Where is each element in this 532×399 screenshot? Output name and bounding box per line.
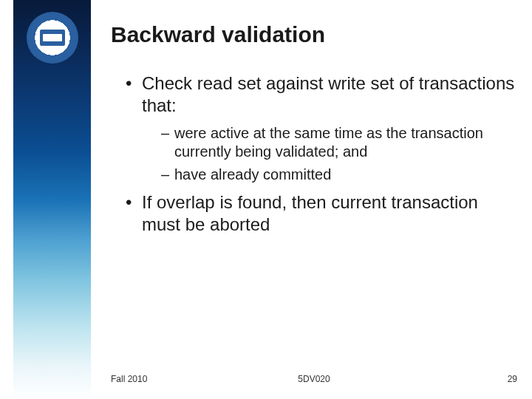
slide-content: Backward validation Check read set again… [111, 22, 517, 384]
bullet-text: Check read set against write set of tran… [142, 73, 514, 115]
sub-item: were active at the same time as the tran… [161, 124, 517, 161]
bullet-item: If overlap is found, then current transa… [126, 191, 517, 236]
footer-left: Fall 2010 [111, 374, 147, 384]
university-logo [27, 12, 78, 64]
sub-list: were active at the same time as the tran… [142, 124, 517, 184]
slide-title: Backward validation [111, 22, 517, 47]
slide-footer: Fall 2010 5DV020 29 [111, 374, 517, 384]
bullet-text: If overlap is found, then current transa… [142, 192, 478, 234]
bullet-list: Check read set against write set of tran… [111, 72, 517, 236]
sub-item: have already committed [161, 166, 517, 184]
bullet-item: Check read set against write set of tran… [126, 72, 517, 184]
footer-center: 5DV020 [298, 374, 330, 384]
footer-right: 29 [508, 374, 517, 384]
